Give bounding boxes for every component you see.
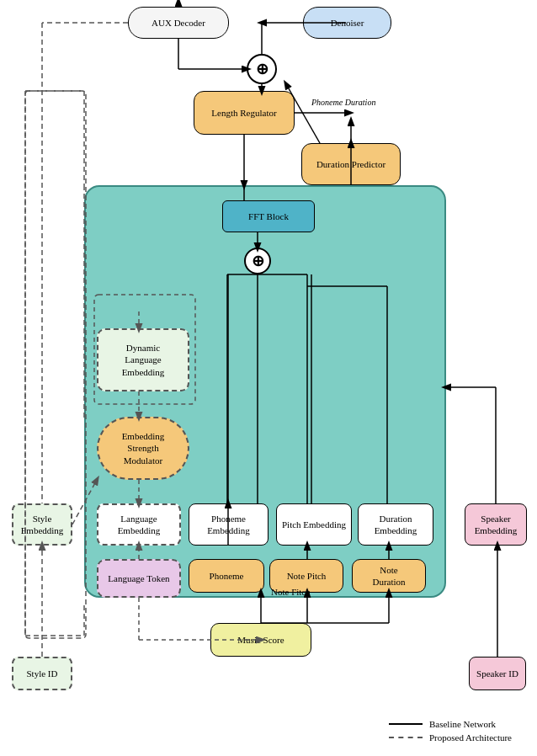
embedding-strength-label: Embedding Strength Modulator bbox=[122, 430, 165, 466]
fft-block-label: FFT Block bbox=[248, 210, 289, 222]
speaker-id-box: Speaker ID bbox=[469, 657, 526, 690]
duration-embedding-label: Duration Embedding bbox=[362, 513, 429, 537]
duration-embedding-box: Duration Embedding bbox=[358, 503, 433, 546]
language-embedding-label: Language Embedding bbox=[102, 513, 176, 537]
duration-predictor-label: Duration Predictor bbox=[316, 158, 385, 170]
pitch-embedding-label: Pitch Embedding bbox=[282, 519, 346, 530]
note-fitch-label: Note Fitch bbox=[271, 587, 311, 597]
language-embedding-box: Language Embedding bbox=[97, 503, 181, 546]
phoneme-duration-label: Phoneme Duration bbox=[311, 98, 375, 107]
sum-circle-top: ⊕ bbox=[244, 248, 271, 274]
legend-baseline: Baseline Network bbox=[389, 719, 512, 729]
duration-predictor-box: Duration Predictor bbox=[301, 143, 401, 185]
legend: Baseline Network Proposed Architecture bbox=[389, 719, 512, 746]
denoiser-label: Denoiser bbox=[331, 17, 364, 29]
phoneme-input-box: Phoneme bbox=[189, 559, 264, 593]
note-pitch-label: Note Pitch bbox=[287, 570, 327, 582]
sum-circle-main: ⊕ bbox=[247, 54, 277, 84]
music-score-box: Music Score bbox=[210, 623, 311, 657]
embedding-strength-box: Embedding Strength Modulator bbox=[97, 417, 189, 480]
denoiser-box: Denoiser bbox=[303, 7, 391, 39]
svg-rect-30 bbox=[25, 91, 86, 638]
legend-proposed: Proposed Architecture bbox=[389, 732, 512, 743]
language-token-label: Language Token bbox=[108, 572, 169, 584]
style-embedding-box: Style Embedding bbox=[12, 503, 72, 546]
length-regulator-label: Length Regulator bbox=[211, 107, 276, 119]
aux-decoder-box: AUX Decoder bbox=[128, 7, 229, 39]
style-embedding-label: Style Embedding bbox=[17, 513, 67, 537]
legend-baseline-text: Baseline Network bbox=[429, 719, 496, 729]
pitch-embedding-box: Pitch Embedding bbox=[276, 503, 352, 546]
aux-decoder-label: AUX Decoder bbox=[152, 17, 205, 29]
length-regulator-box: Length Regulator bbox=[194, 91, 295, 135]
language-token-box: Language Token bbox=[97, 559, 181, 598]
dynamic-language-label: Dynamic Language Embedding bbox=[122, 342, 165, 378]
note-duration-label: Note Duration bbox=[372, 564, 405, 588]
music-score-label: Music Score bbox=[237, 634, 284, 646]
legend-proposed-text: Proposed Architecture bbox=[429, 732, 512, 743]
speaker-embedding-box: Speaker Embedding bbox=[465, 503, 527, 546]
style-id-label: Style ID bbox=[27, 668, 58, 679]
style-id-box: Style ID bbox=[12, 657, 72, 690]
speaker-id-label: Speaker ID bbox=[476, 668, 518, 679]
speaker-embedding-label: Speaker Embedding bbox=[469, 513, 523, 537]
phoneme-embedding-box: Phoneme Embedding bbox=[189, 503, 268, 546]
legend-baseline-line bbox=[389, 723, 423, 725]
phoneme-input-label: Phoneme bbox=[210, 570, 244, 582]
phoneme-embedding-label: Phoneme Embedding bbox=[193, 513, 264, 537]
fft-block-box: FFT Block bbox=[222, 200, 315, 232]
dynamic-language-box: Dynamic Language Embedding bbox=[97, 328, 189, 391]
note-duration-box: Note Duration bbox=[352, 559, 426, 593]
legend-proposed-line bbox=[389, 737, 423, 738]
